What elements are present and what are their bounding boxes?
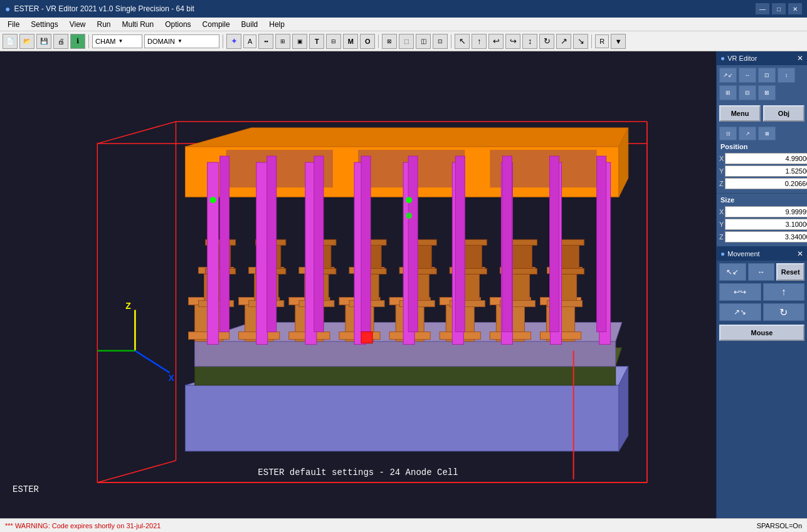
tb-info-button[interactable]: ℹ <box>70 34 85 49</box>
maximize-button[interactable]: □ <box>772 3 786 14</box>
tb-print-button[interactable]: 🖨 <box>53 34 68 49</box>
tb-btn-obj[interactable]: ⊡ <box>433 34 448 49</box>
svg-point-115 <box>406 212 412 219</box>
title-bar: ● ESTER - VR Editor 2021 v1.0 Single Pre… <box>0 0 807 18</box>
size-y-input[interactable] <box>725 219 807 230</box>
movement-ud-button[interactable]: ↩↪ <box>719 283 761 301</box>
tb-btn-box[interactable]: ▪▪ <box>258 34 273 49</box>
tb-btn-m[interactable]: M <box>343 34 358 49</box>
toolbar-separator-3 <box>378 34 379 48</box>
tb-btn-r[interactable]: R <box>595 34 609 48</box>
menu-run[interactable]: Run <box>92 19 116 30</box>
svg-rect-66 <box>500 267 535 273</box>
pos-icon-2[interactable]: ↗ <box>739 127 756 140</box>
position-y-input[interactable] <box>725 165 807 177</box>
movement-spin-button[interactable]: ↻ <box>763 303 805 321</box>
svg-rect-99 <box>403 162 414 345</box>
svg-rect-54 <box>299 267 334 273</box>
size-x-row: X ▲ ▼ <box>719 206 804 217</box>
pos-icon-1[interactable]: ⊡ <box>719 127 737 140</box>
svg-rect-75 <box>256 239 286 245</box>
svg-rect-33 <box>339 298 380 305</box>
movement-ul-button[interactable]: ↖↙ <box>719 263 746 281</box>
tb-btn-arrow-dr[interactable]: ↘ <box>573 34 588 49</box>
position-z-input[interactable] <box>725 178 807 189</box>
tb-btn-arrow-u[interactable]: ↑ <box>472 34 487 49</box>
movement-up-button[interactable]: ↑ <box>763 283 805 301</box>
tb-btn-box3[interactable]: ⊠ <box>382 34 397 49</box>
svg-rect-27 <box>239 298 280 305</box>
panel-icon-2[interactable]: ↔ <box>739 68 756 83</box>
tb-btn-t[interactable]: T <box>309 34 324 49</box>
svg-rect-55 <box>299 301 334 307</box>
tb-btn-arrow-ud[interactable]: ↕ <box>522 34 537 49</box>
svg-line-2 <box>97 122 176 143</box>
panel-icon-6[interactable]: ⊟ <box>739 85 756 100</box>
tb-btn-arrow-ul[interactable]: ↖ <box>455 34 470 49</box>
cham-label: CHAM <box>95 38 115 45</box>
panel-icon-3[interactable]: ⊡ <box>758 68 776 83</box>
svg-rect-109 <box>455 156 465 331</box>
menu-settings[interactable]: Settings <box>26 19 63 30</box>
tb-btn-r-arrow[interactable]: ▼ <box>611 34 626 49</box>
menu-options[interactable]: Options <box>160 19 196 30</box>
position-x-input[interactable] <box>725 153 807 164</box>
size-x-input[interactable] <box>725 206 807 217</box>
vr-editor-close-icon[interactable]: ✕ <box>797 54 803 63</box>
svg-rect-91 <box>507 268 537 274</box>
pos-icon-3[interactable]: ⊠ <box>758 127 776 140</box>
panel-icon-7[interactable]: ⊠ <box>758 85 776 100</box>
viewport[interactable]: Z X ESTER default settings - 24 Anode Ce… <box>0 51 716 518</box>
close-button[interactable]: ✕ <box>788 3 802 14</box>
tb-btn-arrow-l[interactable]: ↪ <box>505 34 520 49</box>
svg-rect-111 <box>550 156 559 331</box>
svg-rect-34 <box>339 332 380 340</box>
menu-help[interactable]: Help <box>264 19 290 30</box>
svg-rect-103 <box>599 162 611 345</box>
svg-rect-31 <box>289 332 330 340</box>
reset-button[interactable]: Reset <box>776 263 804 281</box>
tb-btn-arrow-ul2[interactable]: ↗ <box>556 34 571 49</box>
tb-btn-o[interactable]: O <box>360 34 375 49</box>
tb-new-button[interactable]: 📄 <box>3 34 18 49</box>
panel-icon-4[interactable]: ↕ <box>778 68 795 83</box>
tb-open-button[interactable]: 📂 <box>19 34 34 49</box>
tb-tool-cross[interactable]: ✦ <box>226 34 241 49</box>
title-bar-left: ● ESTER - VR Editor 2021 v1.0 Single Pre… <box>5 4 194 14</box>
tb-btn-grid2[interactable]: ⊟ <box>326 34 341 49</box>
movement-rotate-button[interactable]: ↗↘ <box>719 303 761 321</box>
toolbar-separator-5 <box>591 34 592 48</box>
tb-btn-box2[interactable]: ▣ <box>292 34 307 49</box>
position-y-label: Y <box>719 167 724 175</box>
panel-icon-1[interactable]: ↗↙ <box>719 68 737 83</box>
minimize-button[interactable]: — <box>756 3 769 14</box>
panel-icon-5[interactable]: ⊞ <box>719 85 737 100</box>
menu-button[interactable]: Menu <box>719 105 761 122</box>
obj-button[interactable]: Obj <box>763 105 804 122</box>
toolbar: 📄 📂 💾 🖨 ℹ CHAM ▼ DOMAIN ▼ ✦ A ▪▪ ⊞ ▣ T ⊟… <box>0 31 807 51</box>
tb-btn-arrow-s[interactable]: ↻ <box>539 34 554 49</box>
toolbar-separator-2 <box>223 34 223 48</box>
tb-btn-grid[interactable]: ⊞ <box>275 34 290 49</box>
menu-file[interactable]: File <box>3 19 24 30</box>
domain-dropdown[interactable]: DOMAIN ▼ <box>144 34 219 48</box>
size-z-input[interactable] <box>725 231 807 243</box>
menu-build[interactable]: Build <box>236 19 263 30</box>
svg-rect-71 <box>211 244 231 271</box>
tb-btn-a[interactable]: A <box>243 34 256 48</box>
mouse-button[interactable]: Mouse <box>719 325 804 341</box>
movement-close-icon[interactable]: ✕ <box>797 249 803 258</box>
movement-lr-button[interactable]: ↔ <box>748 263 775 281</box>
menu-view[interactable]: View <box>65 19 91 30</box>
svg-marker-17 <box>186 367 628 385</box>
cham-dropdown[interactable]: CHAM ▼ <box>92 34 142 48</box>
svg-rect-64 <box>450 301 485 307</box>
menu-multirun[interactable]: Multi Run <box>117 19 159 30</box>
tb-btn-box5[interactable]: ◫ <box>416 34 431 49</box>
menu-compile[interactable]: Compile <box>198 19 235 30</box>
tb-btn-arrow-r[interactable]: ↩ <box>488 34 504 49</box>
svg-marker-22 <box>195 323 622 342</box>
tb-btn-box4[interactable]: ⬚ <box>399 34 414 49</box>
position-y-row: Y ▲ ▼ <box>719 165 804 177</box>
tb-save-button[interactable]: 💾 <box>36 34 51 49</box>
